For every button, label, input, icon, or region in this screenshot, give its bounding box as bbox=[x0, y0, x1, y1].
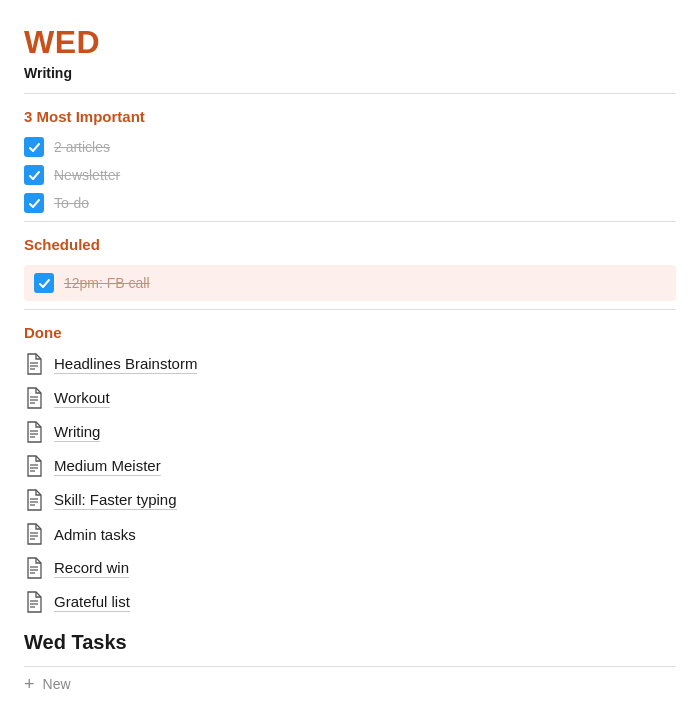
done-item-1[interactable]: Headlines Brainstorm bbox=[24, 353, 676, 377]
done-item-7[interactable]: Record win bbox=[24, 557, 676, 581]
scheduled-item-1[interactable]: 12pm: FB call bbox=[24, 265, 676, 301]
done-item-2[interactable]: Workout bbox=[24, 387, 676, 411]
done-label-5: Skill: Faster typing bbox=[54, 491, 177, 510]
done-label-4: Medium Meister bbox=[54, 457, 161, 476]
done-item-5[interactable]: Skill: Faster typing bbox=[24, 489, 676, 513]
doc-icon-1 bbox=[24, 353, 44, 375]
done-item-8[interactable]: Grateful list bbox=[24, 591, 676, 615]
wed-tasks-title: Wed Tasks bbox=[24, 631, 676, 654]
divider-scheduled bbox=[24, 221, 676, 222]
doc-icon-2 bbox=[24, 387, 44, 409]
done-label-3: Writing bbox=[54, 423, 100, 442]
checkbox-2[interactable] bbox=[24, 165, 44, 185]
checklist-item-1[interactable]: 2 articles bbox=[24, 137, 676, 157]
scheduled-title: Scheduled bbox=[24, 236, 676, 253]
scheduled-label-1: 12pm: FB call bbox=[64, 275, 150, 291]
done-label-1: Headlines Brainstorm bbox=[54, 355, 197, 374]
done-item-3[interactable]: Writing bbox=[24, 421, 676, 445]
done-section: Done Headlines Brainstorm Workout bbox=[24, 324, 676, 615]
done-item-4[interactable]: Medium Meister bbox=[24, 455, 676, 479]
doc-icon-4 bbox=[24, 455, 44, 477]
checklist-label-1: 2 articles bbox=[54, 139, 110, 155]
most-important-title: 3 Most Important bbox=[24, 108, 676, 125]
page-title: WED bbox=[24, 24, 676, 61]
checklist-label-3: To-do bbox=[54, 195, 89, 211]
checkbox-3[interactable] bbox=[24, 193, 44, 213]
page-subtitle: Writing bbox=[24, 65, 676, 81]
done-label-7: Record win bbox=[54, 559, 129, 578]
doc-icon-7 bbox=[24, 557, 44, 579]
new-button-label[interactable]: New bbox=[43, 676, 71, 692]
new-button-row[interactable]: + New bbox=[24, 666, 676, 693]
checklist-item-2[interactable]: Newsletter bbox=[24, 165, 676, 185]
scheduled-section: Scheduled 12pm: FB call bbox=[24, 236, 676, 301]
done-label-2: Workout bbox=[54, 389, 110, 408]
divider-done bbox=[24, 309, 676, 310]
most-important-section: 3 Most Important 2 articles Newsletter T… bbox=[24, 108, 676, 213]
doc-icon-5 bbox=[24, 489, 44, 511]
checkbox-1[interactable] bbox=[24, 137, 44, 157]
done-label-8: Grateful list bbox=[54, 593, 130, 612]
divider-top bbox=[24, 93, 676, 94]
done-label-6: Admin tasks bbox=[54, 526, 136, 543]
checklist-item-3[interactable]: To-do bbox=[24, 193, 676, 213]
done-item-6[interactable]: Admin tasks bbox=[24, 523, 676, 547]
doc-icon-3 bbox=[24, 421, 44, 443]
wed-tasks-section: Wed Tasks + New bbox=[24, 631, 676, 693]
doc-icon-8 bbox=[24, 591, 44, 613]
scheduled-checkbox-1[interactable] bbox=[34, 273, 54, 293]
done-title: Done bbox=[24, 324, 676, 341]
plus-icon: + bbox=[24, 675, 35, 693]
doc-icon-6 bbox=[24, 523, 44, 545]
checklist-label-2: Newsletter bbox=[54, 167, 120, 183]
